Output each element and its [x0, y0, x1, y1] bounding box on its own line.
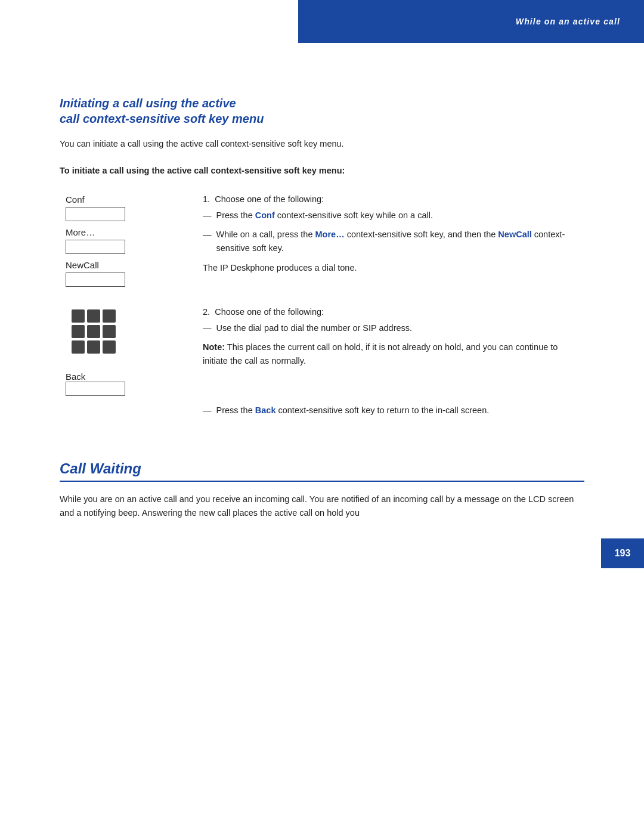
intro-text: You can initiate a call using the active…: [60, 137, 584, 151]
dial-key: [103, 309, 116, 323]
dash-icon-3: —: [203, 321, 212, 335]
dash-icon: —: [203, 209, 212, 222]
call-waiting-text: While you are on an active call and you …: [60, 493, 584, 520]
dial-key: [87, 340, 100, 354]
page-number-box: 193: [601, 538, 644, 568]
step-1-left: Conf More… NewCall: [60, 194, 191, 293]
step-1-bullet-2: — While on a call, press the More… conte…: [203, 228, 584, 255]
dial-key: [87, 309, 100, 323]
back-highlight: Back: [255, 405, 276, 415]
dash-icon-4: —: [203, 404, 212, 417]
step-2-row: Back 2. Choose one of the following: — U…: [60, 307, 584, 422]
conf-label: Conf: [66, 194, 85, 205]
step-2-back-bullet: — Press the Back context-sensitive soft …: [203, 404, 584, 417]
more-key-box: [66, 240, 125, 254]
step-2-bullet-1: — Use the dial pad to dial the number or…: [203, 321, 584, 335]
dial-key: [103, 325, 116, 338]
dial-key: [72, 340, 85, 354]
step-1-content: — Press the Conf context-sensitive soft …: [203, 209, 584, 275]
instruction-bold: To initiate a call using the active call…: [60, 164, 584, 178]
steps-area: Conf More… NewCall 1. Choose one of the …: [60, 194, 584, 436]
conf-key-box: [66, 207, 125, 221]
dial-key: [72, 309, 85, 323]
header-banner-text: While on an active call: [516, 17, 620, 26]
call-waiting-title: Call Waiting: [60, 460, 584, 482]
newcall-label: NewCall: [66, 260, 99, 270]
dial-key: [72, 325, 85, 338]
more-highlight: More…: [315, 230, 345, 239]
step-2-content: — Use the dial pad to dial the number or…: [203, 321, 584, 417]
header-banner: While on an active call: [298, 0, 644, 43]
dial-key: [87, 325, 100, 338]
step-1-right: 1. Choose one of the following: — Press …: [191, 194, 584, 275]
step-2-right: 2. Choose one of the following: — Use th…: [191, 307, 584, 422]
dial-tone-text: The IP Deskphone produces a dial tone.: [203, 261, 584, 275]
step-2-number: 2. Choose one of the following:: [203, 307, 584, 317]
step-2-left: Back: [60, 307, 191, 402]
conf-highlight: Conf: [255, 210, 275, 220]
back-key-box: [66, 382, 125, 396]
call-waiting-section: Call Waiting While you are on an active …: [60, 460, 584, 520]
dial-key: [103, 340, 116, 354]
step-1-bullet-1: — Press the Conf context-sensitive soft …: [203, 209, 584, 222]
step-1-row: Conf More… NewCall 1. Choose one of the …: [60, 194, 584, 293]
dash-icon-2: —: [203, 228, 212, 241]
page-number: 193: [615, 548, 631, 559]
dial-pad: [72, 309, 116, 354]
more-label: More…: [66, 227, 95, 237]
newcall-key-box: [66, 272, 125, 287]
back-label: Back: [66, 371, 85, 382]
newcall-highlight: NewCall: [498, 230, 531, 239]
step-1-number: 1. Choose one of the following:: [203, 194, 584, 204]
note-text: Note: This places the current call on ho…: [203, 340, 584, 368]
section-title: Initiating a call using the active call …: [60, 95, 584, 126]
